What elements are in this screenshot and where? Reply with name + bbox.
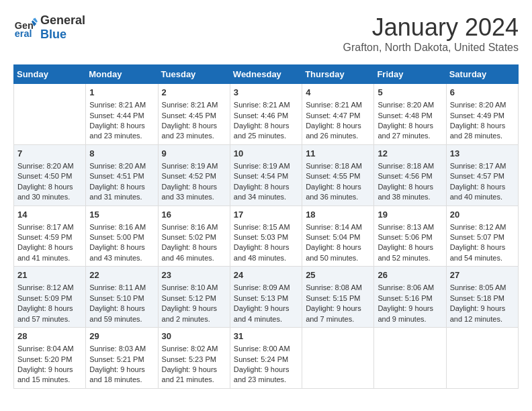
day-number: 6 xyxy=(450,87,515,99)
calendar-cell xyxy=(302,328,374,389)
logo: Gen eral General Blue xyxy=(13,13,85,42)
cell-text: Daylight: 8 hours xyxy=(89,242,154,253)
calendar-cell: 3Sunrise: 8:21 AMSunset: 4:46 PMDaylight… xyxy=(230,84,302,145)
cell-text: Daylight: 8 hours xyxy=(162,182,226,192)
cell-text: and 18 minutes. xyxy=(89,375,154,385)
cell-text: Daylight: 8 hours xyxy=(378,121,442,131)
cell-text: Sunrise: 8:17 AM xyxy=(450,161,515,171)
cell-text: and 46 minutes. xyxy=(162,253,226,263)
cell-text: Sunrise: 8:08 AM xyxy=(306,283,370,293)
cell-text: Daylight: 8 hours xyxy=(89,182,154,192)
cell-text: Daylight: 8 hours xyxy=(17,304,82,314)
cell-text: Sunset: 5:15 PM xyxy=(306,293,370,304)
cell-text: Sunset: 4:45 PM xyxy=(162,111,226,121)
cell-text: Sunrise: 8:04 AM xyxy=(17,344,82,354)
calendar-cell: 29Sunrise: 8:03 AMSunset: 5:21 PMDayligh… xyxy=(86,328,158,389)
cell-text: Sunset: 5:24 PM xyxy=(234,355,298,365)
cell-text: Sunset: 4:51 PM xyxy=(89,171,154,181)
cell-text: and 12 minutes. xyxy=(450,314,515,324)
logo-icon: Gen eral xyxy=(13,15,38,40)
day-header-sunday: Sunday xyxy=(14,65,86,84)
calendar-cell: 20Sunrise: 8:12 AMSunset: 5:07 PMDayligh… xyxy=(446,205,518,267)
cell-text: and 2 minutes. xyxy=(162,314,226,324)
day-number: 14 xyxy=(17,209,82,221)
cell-text: Sunrise: 8:20 AM xyxy=(378,100,442,110)
cell-text: Sunset: 5:21 PM xyxy=(89,355,154,365)
cell-text: Sunrise: 8:10 AM xyxy=(162,283,226,293)
cell-text: and 48 minutes. xyxy=(234,253,298,263)
calendar-cell: 30Sunrise: 8:02 AMSunset: 5:23 PMDayligh… xyxy=(158,328,230,389)
cell-text: Daylight: 8 hours xyxy=(450,242,515,253)
calendar-cell: 15Sunrise: 8:16 AMSunset: 5:00 PMDayligh… xyxy=(86,205,158,267)
day-number: 4 xyxy=(306,87,370,99)
cell-text: Daylight: 9 hours xyxy=(162,304,226,314)
calendar-cell: 25Sunrise: 8:08 AMSunset: 5:15 PMDayligh… xyxy=(302,267,374,328)
calendar-cell: 24Sunrise: 8:09 AMSunset: 5:13 PMDayligh… xyxy=(230,267,302,328)
cell-text: Sunrise: 8:00 AM xyxy=(234,344,298,354)
cell-text: Daylight: 8 hours xyxy=(162,242,226,253)
day-number: 10 xyxy=(234,148,298,160)
cell-text: Sunrise: 8:05 AM xyxy=(450,283,515,293)
calendar-cell: 16Sunrise: 8:16 AMSunset: 5:02 PMDayligh… xyxy=(158,205,230,267)
calendar-cell: 31Sunrise: 8:00 AMSunset: 5:24 PMDayligh… xyxy=(230,328,302,389)
cell-text: and 21 minutes. xyxy=(162,375,226,385)
cell-text: and 23 minutes. xyxy=(89,131,154,141)
cell-text: Sunrise: 8:19 AM xyxy=(234,161,298,171)
day-number: 29 xyxy=(89,330,154,342)
cell-text: Daylight: 8 hours xyxy=(450,182,515,192)
cell-text: Sunrise: 8:20 AM xyxy=(17,161,82,171)
cell-text: and 54 minutes. xyxy=(450,253,515,263)
cell-text: and 33 minutes. xyxy=(162,192,226,202)
day-header-wednesday: Wednesday xyxy=(230,65,302,84)
day-header-monday: Monday xyxy=(86,65,158,84)
cell-text: Daylight: 9 hours xyxy=(378,304,442,314)
month-title: January 2024 xyxy=(343,13,519,42)
cell-text: Sunrise: 8:02 AM xyxy=(162,344,226,354)
day-number: 15 xyxy=(89,209,154,221)
cell-text: Sunrise: 8:20 AM xyxy=(450,100,515,110)
day-number: 23 xyxy=(162,269,226,281)
cell-text: Sunrise: 8:18 AM xyxy=(378,161,442,171)
day-number: 20 xyxy=(450,209,515,221)
cell-text: Sunset: 5:00 PM xyxy=(89,232,154,242)
calendar-cell: 5Sunrise: 8:20 AMSunset: 4:48 PMDaylight… xyxy=(374,84,446,145)
cell-text: Sunset: 5:20 PM xyxy=(17,355,82,365)
day-number: 25 xyxy=(306,269,370,281)
cell-text: and 28 minutes. xyxy=(450,131,515,141)
week-row: 14Sunrise: 8:17 AMSunset: 4:59 PMDayligh… xyxy=(14,205,519,267)
week-row: 21Sunrise: 8:12 AMSunset: 5:09 PMDayligh… xyxy=(14,267,519,328)
calendar-table: SundayMondayTuesdayWednesdayThursdayFrid… xyxy=(13,64,519,389)
cell-text: Sunset: 5:16 PM xyxy=(378,293,442,304)
cell-text: Sunrise: 8:17 AM xyxy=(17,222,82,232)
cell-text: Sunrise: 8:12 AM xyxy=(450,222,515,232)
day-number: 19 xyxy=(378,209,442,221)
day-number: 22 xyxy=(89,269,154,281)
calendar-cell: 17Sunrise: 8:15 AMSunset: 5:03 PMDayligh… xyxy=(230,205,302,267)
cell-text: and 57 minutes. xyxy=(17,314,82,324)
cell-text: Sunrise: 8:15 AM xyxy=(234,222,298,232)
cell-text: Sunset: 4:50 PM xyxy=(17,171,82,181)
calendar-cell: 28Sunrise: 8:04 AMSunset: 5:20 PMDayligh… xyxy=(14,328,86,389)
cell-text: Sunrise: 8:03 AM xyxy=(89,344,154,354)
day-header-saturday: Saturday xyxy=(446,65,518,84)
cell-text: Daylight: 8 hours xyxy=(234,121,298,131)
cell-text: Sunset: 5:12 PM xyxy=(162,293,226,304)
calendar-cell: 26Sunrise: 8:06 AMSunset: 5:16 PMDayligh… xyxy=(374,267,446,328)
day-number: 8 xyxy=(89,148,154,160)
cell-text: Sunset: 4:54 PM xyxy=(234,171,298,181)
day-number: 24 xyxy=(234,269,298,281)
calendar-cell: 11Sunrise: 8:18 AMSunset: 4:55 PMDayligh… xyxy=(302,144,374,205)
logo-text: General Blue xyxy=(40,13,85,42)
cell-text: Sunrise: 8:18 AM xyxy=(306,161,370,171)
week-row: 28Sunrise: 8:04 AMSunset: 5:20 PMDayligh… xyxy=(14,328,519,389)
day-number: 9 xyxy=(162,148,226,160)
day-number: 26 xyxy=(378,269,442,281)
calendar-cell: 10Sunrise: 8:19 AMSunset: 4:54 PMDayligh… xyxy=(230,144,302,205)
day-number: 2 xyxy=(162,87,226,99)
day-number: 12 xyxy=(378,148,442,160)
cell-text: and 23 minutes. xyxy=(162,131,226,141)
cell-text: and 40 minutes. xyxy=(450,192,515,202)
day-number: 16 xyxy=(162,209,226,221)
cell-text: and 26 minutes. xyxy=(306,131,370,141)
cell-text: Daylight: 8 hours xyxy=(378,242,442,253)
